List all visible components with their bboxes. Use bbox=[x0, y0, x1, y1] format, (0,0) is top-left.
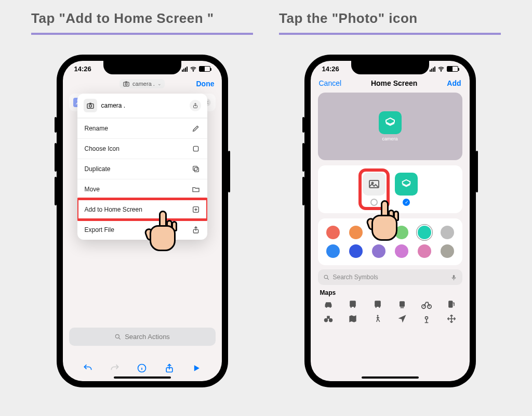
svg-rect-32 bbox=[448, 301, 453, 307]
svg-rect-35 bbox=[327, 316, 330, 319]
menu-item-export-file[interactable]: Export File bbox=[77, 219, 207, 240]
color-swatch[interactable] bbox=[326, 226, 340, 239]
svg-point-37 bbox=[425, 317, 428, 319]
menu-item-add-to-home-screen[interactable]: Add to Home Screen bbox=[77, 199, 207, 219]
navigate-icon[interactable] bbox=[395, 313, 409, 324]
shortcut-titlebar: camera . ⌄ Done bbox=[63, 74, 222, 94]
color-swatch[interactable] bbox=[418, 244, 431, 258]
pin-icon[interactable] bbox=[420, 313, 433, 324]
app-icon-preview bbox=[379, 111, 402, 134]
bus-icon[interactable] bbox=[371, 298, 384, 310]
done-button[interactable]: Done bbox=[196, 80, 215, 88]
divider bbox=[31, 33, 253, 35]
share-button[interactable] bbox=[164, 362, 175, 374]
search-symbols[interactable]: Search Symbols bbox=[318, 269, 462, 285]
svg-point-24 bbox=[351, 307, 352, 308]
color-swatch[interactable] bbox=[349, 244, 363, 258]
color-swatch[interactable] bbox=[441, 244, 454, 258]
svg-point-30 bbox=[422, 305, 425, 308]
svg-rect-9 bbox=[193, 166, 197, 171]
svg-rect-23 bbox=[350, 301, 356, 307]
move-icon[interactable] bbox=[445, 313, 458, 324]
bus-icon[interactable] bbox=[346, 298, 360, 310]
shortcut-name-pill[interactable]: camera . ⌄ bbox=[119, 79, 165, 88]
svg-rect-29 bbox=[400, 301, 405, 307]
svg-point-13 bbox=[115, 334, 119, 338]
color-swatch[interactable] bbox=[372, 226, 385, 239]
map-icon[interactable] bbox=[346, 313, 360, 324]
battery-icon bbox=[199, 66, 210, 72]
app-name: camera bbox=[382, 136, 397, 141]
camera-icon bbox=[123, 80, 130, 87]
svg-point-21 bbox=[326, 306, 327, 308]
svg-point-6 bbox=[89, 105, 91, 107]
undo-button[interactable] bbox=[82, 362, 94, 374]
fuel-icon[interactable] bbox=[445, 298, 458, 310]
svg-point-33 bbox=[324, 318, 328, 322]
home-indicator bbox=[362, 376, 419, 379]
mic-icon[interactable] bbox=[450, 274, 457, 281]
svg-rect-10 bbox=[194, 167, 198, 172]
tram-icon[interactable] bbox=[395, 298, 409, 310]
chevron-down-icon: ⌄ bbox=[157, 81, 162, 86]
clock: 14:26 bbox=[74, 65, 91, 73]
svg-rect-26 bbox=[375, 301, 381, 307]
phone-screen: 14:26 Cancel Home Screen Add bbox=[311, 61, 470, 381]
signal-icon bbox=[182, 67, 188, 72]
signal-icon bbox=[430, 67, 435, 72]
bicycle-icon[interactable] bbox=[420, 298, 433, 310]
color-swatch[interactable] bbox=[349, 226, 363, 239]
svg-point-0 bbox=[193, 70, 193, 71]
share-icon[interactable] bbox=[190, 100, 201, 111]
info-button[interactable] bbox=[136, 362, 148, 374]
wifi-icon bbox=[190, 66, 197, 73]
walk-icon[interactable] bbox=[371, 313, 384, 324]
color-swatch[interactable] bbox=[372, 244, 385, 258]
menu-item-move[interactable]: Move bbox=[77, 179, 207, 199]
plus-square-icon bbox=[192, 205, 200, 214]
battery-icon bbox=[447, 66, 458, 72]
car-icon[interactable] bbox=[322, 298, 335, 310]
search-actions[interactable]: Search Actions bbox=[69, 328, 216, 346]
page-title: Home Screen bbox=[371, 79, 417, 87]
step-2: Tap the "Photo" icon 14:26 Cancel Home S… bbox=[279, 55, 501, 387]
home-indicator bbox=[114, 376, 171, 379]
menu-item-duplicate[interactable]: Duplicate bbox=[77, 159, 207, 179]
photo-icon bbox=[368, 178, 380, 190]
photo-option[interactable] bbox=[363, 173, 385, 206]
svg-point-16 bbox=[441, 70, 441, 71]
redo-button[interactable] bbox=[109, 362, 121, 374]
add-button[interactable]: Add bbox=[447, 79, 461, 87]
duplicate-icon bbox=[192, 165, 200, 173]
icon-preview: camera bbox=[318, 93, 462, 160]
camera-icon bbox=[84, 99, 97, 112]
color-swatch[interactable] bbox=[395, 226, 408, 239]
color-swatch[interactable] bbox=[441, 226, 454, 239]
glyph-option[interactable] bbox=[395, 173, 418, 206]
svg-point-19 bbox=[324, 275, 328, 279]
phone-frame: 14:26 Cancel Home Screen Add bbox=[304, 55, 476, 387]
export-icon bbox=[192, 226, 200, 234]
context-menu: camera . Rename Choose Icon bbox=[77, 94, 207, 240]
svg-point-22 bbox=[329, 306, 331, 308]
color-palette bbox=[318, 218, 462, 265]
svg-point-36 bbox=[377, 315, 378, 317]
svg-point-27 bbox=[375, 307, 377, 308]
step-1-heading: Tap "Add to Home Screen " bbox=[31, 10, 214, 27]
menu-item-rename[interactable]: Rename bbox=[77, 118, 207, 138]
color-swatch[interactable] bbox=[326, 244, 340, 258]
color-swatch-selected[interactable] bbox=[418, 226, 431, 239]
binoculars-icon[interactable] bbox=[322, 313, 335, 324]
cancel-button[interactable]: Cancel bbox=[319, 79, 342, 87]
svg-point-34 bbox=[329, 318, 332, 322]
wifi-icon bbox=[437, 66, 445, 73]
folder-icon bbox=[192, 185, 200, 193]
symbol-section-label: Maps bbox=[320, 289, 460, 296]
clock: 14:26 bbox=[322, 65, 339, 73]
svg-point-2 bbox=[125, 83, 127, 85]
pencil-icon bbox=[192, 124, 200, 133]
play-button[interactable] bbox=[191, 362, 202, 374]
icon-square-icon bbox=[192, 145, 200, 153]
menu-item-choose-icon[interactable]: Choose Icon bbox=[77, 138, 207, 159]
color-swatch[interactable] bbox=[395, 244, 408, 258]
